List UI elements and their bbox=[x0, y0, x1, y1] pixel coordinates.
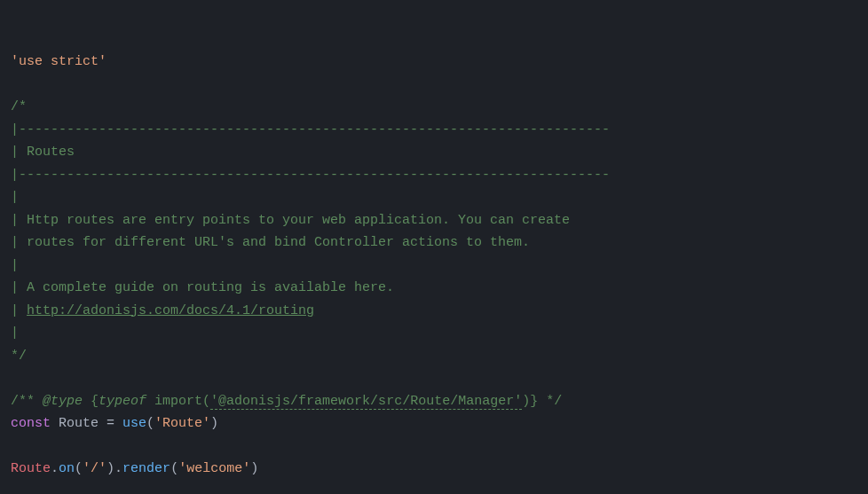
paren-close: ) bbox=[107, 461, 114, 476]
comment-pipe: | bbox=[11, 325, 19, 341]
identifier-route: Route bbox=[59, 416, 99, 431]
paren-close: ) bbox=[210, 416, 218, 431]
jsdoc-open: /** bbox=[11, 394, 43, 409]
function-use: use bbox=[122, 416, 146, 431]
code-editor[interactable]: 'use strict' /* |-----------------------… bbox=[11, 51, 857, 481]
jsdoc-tag: @type bbox=[43, 394, 83, 409]
comment-url[interactable]: http://adonisjs.com/docs/4.1/routing bbox=[27, 303, 314, 318]
comment-title: Routes bbox=[27, 145, 75, 160]
jsdoc-brace: } bbox=[530, 394, 538, 409]
comment-open: /* bbox=[11, 99, 27, 114]
identifier-route: Route bbox=[11, 461, 51, 476]
comment-body: | routes for different URL's and bind Co… bbox=[11, 235, 530, 250]
operator-equals: = bbox=[99, 416, 122, 431]
paren-open: ( bbox=[146, 416, 154, 431]
comment-pipe: | bbox=[11, 258, 19, 273]
jsdoc-path: '@adonisjs/framework/src/Route/Manager' bbox=[210, 394, 522, 410]
method-render: render bbox=[122, 461, 170, 476]
paren-open: ( bbox=[170, 461, 178, 476]
jsdoc-paren: ) bbox=[522, 394, 530, 409]
string-literal: 'use strict' bbox=[11, 54, 107, 69]
comment-dash-content: ----------------------------------------… bbox=[19, 168, 610, 183]
dot-operator: . bbox=[51, 461, 59, 476]
string-literal: 'welcome' bbox=[178, 461, 250, 476]
comment-body: | Http routes are entry points to your w… bbox=[11, 213, 570, 228]
comment-url-prefix: | bbox=[11, 303, 27, 318]
keyword-const: const bbox=[11, 416, 51, 431]
jsdoc-brace: { bbox=[83, 394, 99, 409]
comment-close: */ bbox=[11, 349, 27, 364]
jsdoc-paren: ( bbox=[202, 394, 210, 409]
comment-title-prefix: | bbox=[11, 145, 27, 160]
comment-body: | A complete guide on routing is availab… bbox=[11, 280, 394, 295]
comment-dash-line: | bbox=[11, 168, 19, 183]
comment-dash-line: | bbox=[11, 122, 19, 137]
string-literal: '/' bbox=[83, 461, 107, 476]
comment-dash-content: ----------------------------------------… bbox=[19, 122, 610, 137]
jsdoc-import: import bbox=[146, 394, 202, 409]
paren-close: ) bbox=[250, 461, 258, 476]
jsdoc-close: */ bbox=[538, 394, 562, 409]
paren-open: ( bbox=[75, 461, 83, 476]
string-literal: 'Route' bbox=[154, 416, 210, 431]
dot-operator: . bbox=[114, 461, 122, 476]
comment-pipe: | bbox=[11, 190, 19, 205]
jsdoc-typeof: typeof bbox=[99, 394, 146, 409]
method-on: on bbox=[59, 461, 75, 476]
